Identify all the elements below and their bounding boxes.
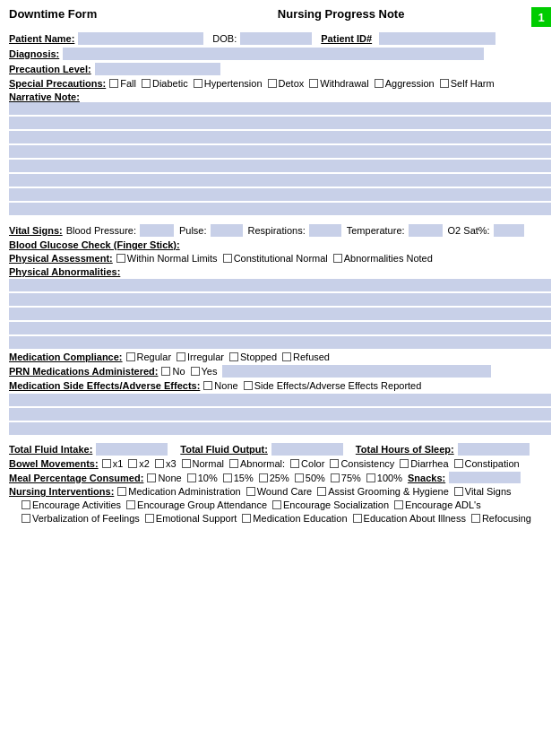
med-side-line-2[interactable] [9, 408, 551, 421]
patient-id-input[interactable] [379, 32, 495, 45]
bm-x2[interactable]: x2 [128, 458, 150, 469]
narrative-line-2[interactable] [9, 117, 551, 129]
within-normal-checkbox[interactable] [116, 254, 125, 263]
sleep-input[interactable] [458, 443, 530, 456]
bm-x1[interactable]: x1 [102, 458, 124, 469]
mse-reported[interactable]: Side Effects/Adverse Effects Reported [244, 380, 422, 391]
dob-input[interactable] [240, 32, 312, 45]
hypertension-checkbox[interactable] [194, 79, 202, 88]
prn-yes[interactable]: Yes [191, 366, 218, 377]
med-admin-checkbox[interactable] [117, 487, 126, 496]
meal-50[interactable]: 50% [295, 473, 325, 483]
precaution-detox[interactable]: Detox [268, 78, 305, 89]
meal-50-checkbox[interactable] [295, 473, 304, 482]
constipation-checkbox[interactable] [454, 459, 463, 468]
mse-none[interactable]: None [203, 380, 237, 391]
vital-signs-checkbox[interactable] [454, 487, 463, 496]
bm-normal[interactable]: Normal [182, 458, 224, 469]
med-edu-checkbox[interactable] [242, 514, 251, 523]
fluid-intake-input[interactable] [96, 443, 168, 456]
blood-pressure-input[interactable] [140, 224, 174, 237]
pulse-input[interactable] [211, 224, 243, 237]
meal-75[interactable]: 75% [331, 473, 361, 483]
mc-regular[interactable]: Regular [126, 352, 172, 362]
o2sat-input[interactable] [494, 224, 524, 237]
consistency-checkbox[interactable] [330, 459, 339, 468]
precaution-diabetic[interactable]: Diabetic [142, 78, 188, 89]
adl-checkbox[interactable] [394, 500, 403, 509]
ni-med-admin[interactable]: Medication Administration [117, 486, 240, 497]
encourage-act-checkbox[interactable] [22, 500, 30, 509]
abnorm-line-3[interactable] [9, 308, 551, 320]
constitutional-checkbox[interactable] [223, 254, 232, 263]
fall-checkbox[interactable] [109, 79, 118, 88]
precaution-fall[interactable]: Fall [109, 78, 136, 89]
diabetic-checkbox[interactable] [142, 79, 151, 88]
mc-refused[interactable]: Refused [282, 352, 330, 362]
precaution-hypertension[interactable]: Hypertension [194, 78, 263, 89]
meal-100-checkbox[interactable] [366, 473, 375, 482]
color-checkbox[interactable] [290, 459, 299, 468]
narrative-line-3[interactable] [9, 131, 551, 143]
ni-group-attend[interactable]: Encourage Group Attendance [126, 499, 267, 510]
abnormalities-checkbox[interactable] [333, 254, 342, 263]
abnorm-line-5[interactable] [9, 336, 551, 349]
patient-name-input[interactable] [78, 32, 203, 45]
ni-adl[interactable]: Encourage ADL's [394, 499, 481, 510]
refused-checkbox[interactable] [282, 352, 291, 361]
precaution-input[interactable] [95, 63, 220, 75]
regular-checkbox[interactable] [126, 352, 135, 361]
wound-care-checkbox[interactable] [246, 487, 255, 496]
precaution-aggression[interactable]: Aggression [375, 78, 435, 89]
narrative-line-5[interactable] [9, 160, 551, 172]
temperature-input[interactable] [409, 224, 443, 237]
stopped-checkbox[interactable] [229, 352, 238, 361]
narrative-line-8[interactable] [9, 203, 551, 215]
verbalization-checkbox[interactable] [22, 514, 30, 523]
meal-10[interactable]: 10% [187, 473, 218, 483]
meal-10-checkbox[interactable] [187, 473, 196, 482]
ni-grooming[interactable]: Assist Grooming & Hygiene [317, 486, 449, 497]
prn-yes-checkbox[interactable] [191, 367, 200, 376]
ni-edu-illness[interactable]: Education About Illness [353, 513, 466, 524]
meal-none[interactable]: None [147, 473, 181, 483]
meal-15-checkbox[interactable] [223, 473, 232, 482]
pa-abnormalities[interactable]: Abnormalities Noted [333, 253, 433, 264]
ni-refocusing[interactable]: Refocusing [471, 513, 531, 524]
bm-constipation[interactable]: Constipation [454, 458, 520, 469]
diarrhea-checkbox[interactable] [400, 459, 409, 468]
ni-wound-care[interactable]: Wound Care [246, 486, 313, 497]
x2-checkbox[interactable] [128, 459, 137, 468]
med-side-line-3[interactable] [9, 422, 551, 435]
meal-none-checkbox[interactable] [147, 473, 156, 482]
abnorm-line-4[interactable] [9, 322, 551, 334]
fluid-output-input[interactable] [271, 443, 343, 456]
prn-no[interactable]: No [161, 366, 185, 377]
mc-stopped[interactable]: Stopped [229, 352, 277, 362]
narrative-line-4[interactable] [9, 145, 551, 158]
grooming-checkbox[interactable] [317, 487, 326, 496]
irregular-checkbox[interactable] [177, 352, 185, 361]
withdrawal-checkbox[interactable] [309, 79, 318, 88]
bm-diarrhea[interactable]: Diarrhea [400, 458, 448, 469]
emotional-support-checkbox[interactable] [145, 514, 154, 523]
pa-within-normal[interactable]: Within Normal Limits [116, 253, 218, 264]
ni-emotional-support[interactable]: Emotional Support [145, 513, 237, 524]
meal-25[interactable]: 25% [259, 473, 289, 483]
reported-checkbox[interactable] [244, 381, 253, 390]
respirations-input[interactable] [309, 224, 341, 237]
meal-100[interactable]: 100% [366, 473, 402, 483]
abnormal-checkbox[interactable] [229, 459, 238, 468]
prn-no-checkbox[interactable] [161, 367, 170, 376]
mc-irregular[interactable]: Irregular [177, 352, 224, 362]
x3-checkbox[interactable] [155, 459, 164, 468]
none-checkbox[interactable] [203, 381, 212, 390]
group-attend-checkbox[interactable] [126, 500, 135, 509]
abnorm-line-1[interactable] [9, 279, 551, 291]
precaution-withdrawal[interactable]: Withdrawal [309, 78, 368, 89]
snacks-input[interactable] [449, 472, 521, 483]
normal-checkbox[interactable] [182, 459, 191, 468]
bm-color[interactable]: Color [290, 458, 324, 469]
diagnosis-input[interactable] [63, 48, 484, 60]
precaution-selfharm[interactable]: Self Harm [440, 78, 495, 89]
